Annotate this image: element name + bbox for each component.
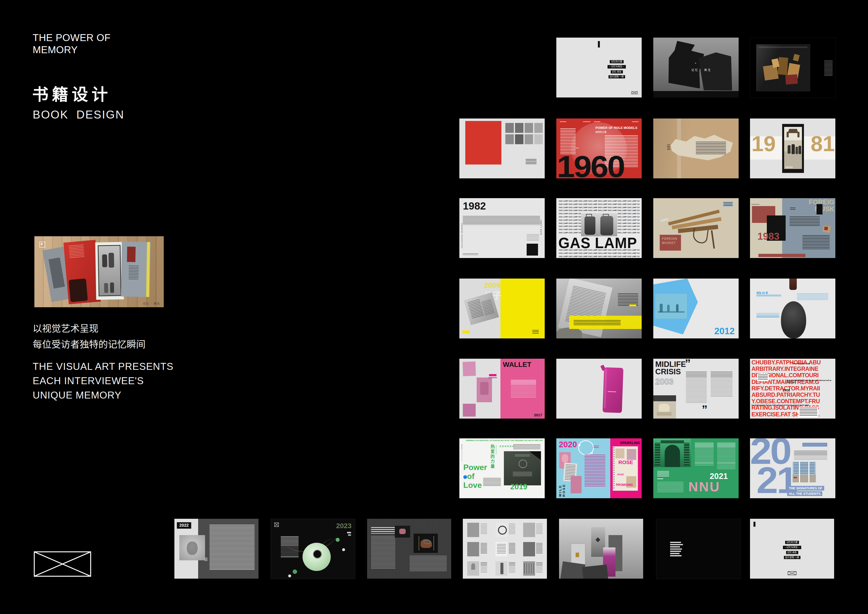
thumb-noise-spread[interactable] (367, 519, 451, 578)
collage-bottom: PROMISING (616, 483, 633, 487)
thumb-2022-spread[interactable]: 2022 (174, 519, 259, 578)
thumb-1982-text[interactable]: 1982 GAS LAMP CHILDHOOD MEMORY (459, 198, 545, 258)
paddle-blade (781, 301, 806, 338)
thumb-musket-photo[interactable]: FOREIGN MUSKET (653, 198, 739, 258)
shadow-shape (666, 40, 705, 88)
colophon-line: 记忆的力量 (785, 541, 799, 544)
text-lines-placeholder (511, 380, 536, 398)
year-right: 81 (811, 133, 835, 155)
bead (288, 574, 291, 577)
text-lines-placeholder (584, 455, 605, 486)
white-note-box (798, 407, 818, 417)
thumb-wallet-photo[interactable] (556, 359, 642, 419)
intro-text-block: 记忆的力量 —记忆与再生— 记忆·再生 设计说明·一册 (598, 59, 635, 79)
shadow-shape (698, 51, 735, 94)
thumb-intro-page[interactable]: 记忆的力量 —记忆与再生— 记忆·再生 设计说明·一册 (556, 37, 642, 98)
colophon-line: —记忆与再生— (783, 546, 801, 549)
year-numeral: 2018 (783, 388, 790, 392)
thumb-1983-geometric[interactable]: 1983 FOREIG MUSK (750, 198, 835, 258)
signature-photo (792, 462, 816, 482)
text-lines-placeholder (824, 60, 832, 76)
year-numeral: 2019 (510, 482, 527, 491)
thumb-photo-grid[interactable] (463, 519, 547, 578)
text-lines-placeholder (463, 254, 478, 255)
thumb-red-photo-spread[interactable] (459, 118, 545, 178)
musket-trigger (692, 228, 708, 244)
thumb-fat-shaming[interactable]: CHUBBY.FATPHOBIA.ABU ARBITRARY.INTEGRAIN… (750, 359, 835, 419)
blurry-photo (179, 535, 205, 560)
text-lines-placeholder (410, 556, 447, 571)
grid-photo (523, 561, 535, 576)
yellow-panel (501, 279, 545, 338)
thumb-resin-monoliths[interactable] (559, 519, 643, 578)
text-lines-placeholder (790, 208, 795, 210)
year-outline: 2003 (655, 377, 673, 386)
quote-mark: ” (685, 359, 691, 370)
jade-pendant (302, 543, 331, 571)
tinted-photo (463, 404, 476, 417)
thumb-2006-letter[interactable]: 2006 儿子 (459, 279, 545, 338)
year-numeral: 1982 (463, 200, 486, 212)
thumb-gaslamp-photo[interactable]: GAS LAMP GAS LAMP GAS LAMP GAS LAMP GAS … (556, 198, 642, 258)
envelope-icon (33, 551, 91, 577)
year-chip: 2022 (177, 522, 191, 529)
thumb-black-text-page[interactable] (656, 519, 741, 579)
open-book (45, 237, 155, 306)
highlight-chip (629, 304, 636, 306)
thumb-midlife-crisis[interactable]: MIDLIFE CRISIS 2003 ” ” (653, 359, 739, 419)
horse-photo (414, 533, 438, 553)
spread-title: POWER OF ROLE MODELS (595, 126, 637, 130)
year-numeral: 2017 (534, 413, 542, 417)
thumb-nnu-2021[interactable]: 2021 NNU (653, 438, 739, 498)
spiral-binding (614, 448, 614, 489)
cn-title: 书籍设计 (32, 81, 111, 105)
certificate-photo (504, 451, 541, 485)
grid-photo (467, 542, 479, 557)
page-mark (753, 522, 755, 527)
thumb-wallet-spread[interactable]: WALLET 2017 (459, 359, 545, 419)
side-label-right: GAS LAMP (540, 219, 542, 235)
year-numeral: 2020 (559, 440, 577, 449)
caption-placeholder (536, 524, 542, 534)
text-lines-placeholder (594, 446, 599, 449)
thumb-letter-hand[interactable] (556, 279, 642, 338)
thumb-paddle[interactable]: 刘为 22 岁 (750, 279, 835, 338)
black-bar (817, 204, 823, 214)
mini-chip (348, 534, 351, 536)
collage-title: ROSE (618, 459, 633, 465)
grid-photo (467, 561, 479, 576)
spine-text-placeholder (461, 444, 462, 462)
bead (336, 538, 339, 542)
text-lines-placeholder (371, 536, 395, 569)
thumb-1960-role-models[interactable]: POWER OF ROLE MODELS 榜样的力量 1960 (556, 118, 642, 178)
red-block (465, 121, 501, 164)
envelope-icon (631, 90, 638, 95)
caption-placeholder (536, 562, 542, 573)
book-right-page (121, 242, 150, 297)
divider (657, 478, 663, 479)
thumb-colophon[interactable]: 记忆的力量 —记忆与再生— 记忆·再生 设计说明·一册 (750, 519, 834, 578)
text-lines-placeholder (488, 377, 497, 379)
text-lines-placeholder (717, 443, 735, 470)
thumb-2012-pingpong[interactable]: 2012 (653, 279, 739, 338)
thumb-resin-bag[interactable] (750, 37, 836, 98)
year-numeral: 2012 (715, 326, 735, 336)
musket-strap (711, 230, 715, 249)
bead (293, 569, 297, 574)
thumb-kraft-torn[interactable] (653, 118, 739, 178)
spread-subtitle: 榜样的力量 (595, 130, 606, 133)
paddle-handle (789, 279, 797, 290)
thumb-wild-rose-2020[interactable]: 2020 WILD ROSE SPARKLING ROSE ROSÉ PROMI… (556, 438, 642, 498)
thumb-2023-jade[interactable]: 2023 (271, 519, 355, 579)
caption-placeholder (480, 562, 487, 573)
text-lines-placeholder (794, 451, 827, 460)
note-text: I've always known that no matter what my… (752, 404, 809, 406)
thumb-signatures-2021[interactable]: 20 21 THE SIGNATURES OF ALL THE STUDENTS (750, 438, 835, 498)
thumb-1981-photo[interactable]: 19 81 (750, 118, 835, 178)
hand (556, 327, 582, 338)
thumb-memory-rebirth-cover[interactable]: 记忆 · 再生 + (653, 37, 739, 98)
thumb-power-of-love[interactable]: SWIMMING IS AN INDIVIDUAL OR TEAM RACING… (459, 438, 545, 498)
note-text: I love every part of me. (792, 363, 811, 364)
mini-chip (347, 532, 351, 533)
bw-photo (784, 127, 802, 169)
